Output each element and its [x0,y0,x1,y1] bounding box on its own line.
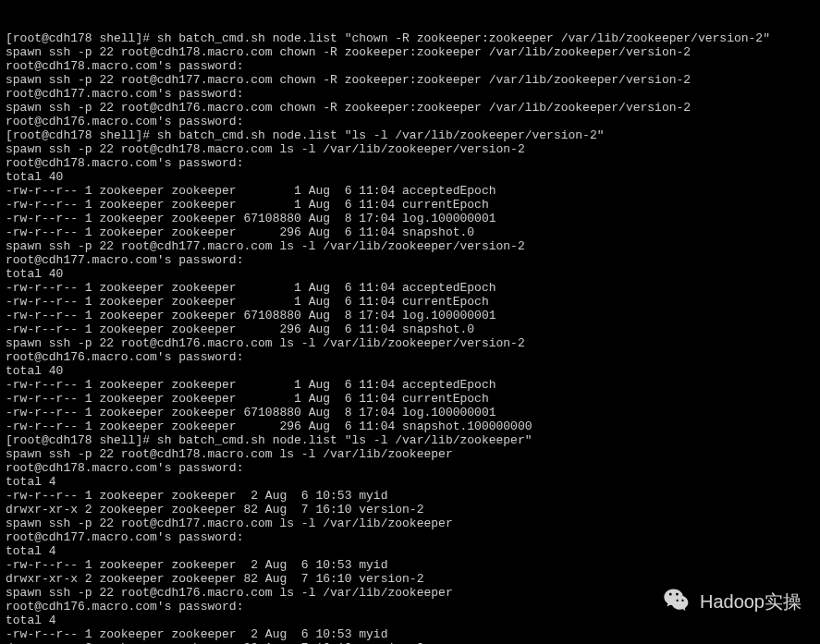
terminal-line: drwxr-xr-x 2 zookeeper zookeeper 82 Aug … [6,572,814,586]
terminal-line: spawn ssh -p 22 root@cdh178.macro.com ls… [6,142,814,156]
terminal-line: [root@cdh178 shell]# sh batch_cmd.sh nod… [6,433,814,447]
terminal-line: spawn ssh -p 22 root@cdh177.macro.com ls… [6,239,814,253]
terminal-line: total 4 [6,544,814,558]
terminal-line: root@cdh176.macro.com's password: [6,350,814,364]
terminal-line: spawn ssh -p 22 root@cdh177.macro.com ls… [6,516,814,530]
terminal-line: -rw-r--r-- 1 zookeeper zookeeper 1 Aug 6… [6,378,814,392]
terminal-line: root@cdh177.macro.com's password: [6,87,814,101]
terminal-line: -rw-r--r-- 1 zookeeper zookeeper 2 Aug 6… [6,627,814,641]
terminal-line: -rw-r--r-- 1 zookeeper zookeeper 6710888… [6,309,814,322]
terminal-line: total 40 [6,267,814,281]
terminal-line: -rw-r--r-- 1 zookeeper zookeeper 6710888… [6,406,814,419]
terminal-output[interactable]: [root@cdh178 shell]# sh batch_cmd.sh nod… [0,0,820,644]
terminal-line: total 40 [6,170,814,184]
terminal-line: -rw-r--r-- 1 zookeeper zookeeper 2 Aug 6… [6,489,814,503]
terminal-line: root@cdh176.macro.com's password: [6,115,814,128]
terminal-line: [root@cdh178 shell]# sh batch_cmd.sh nod… [6,31,814,45]
terminal-line: -rw-r--r-- 1 zookeeper zookeeper 2 Aug 6… [6,558,814,572]
terminal-line: [root@cdh178 shell]# sh batch_cmd.sh nod… [6,128,814,142]
terminal-line: root@cdh178.macro.com's password: [6,461,814,475]
terminal-line: spawn ssh -p 22 root@cdh178.macro.com ls… [6,447,814,461]
terminal-line: total 4 [6,475,814,489]
terminal-line: -rw-r--r-- 1 zookeeper zookeeper 296 Aug… [6,322,814,336]
terminal-line: -rw-r--r-- 1 zookeeper zookeeper 296 Aug… [6,419,814,433]
terminal-line: -rw-r--r-- 1 zookeeper zookeeper 1 Aug 6… [6,295,814,309]
terminal-line: spawn ssh -p 22 root@cdh176.macro.com ch… [6,101,814,115]
terminal-line: spawn ssh -p 22 root@cdh177.macro.com ch… [6,73,814,87]
terminal-line: root@cdh177.macro.com's password: [6,530,814,544]
watermark: Hadoop实操 [663,587,802,616]
terminal-line: root@cdh177.macro.com's password: [6,253,814,267]
terminal-line: root@cdh178.macro.com's password: [6,59,814,73]
terminal-line: spawn ssh -p 22 root@cdh176.macro.com ls… [6,336,814,350]
terminal-line: -rw-r--r-- 1 zookeeper zookeeper 1 Aug 6… [6,184,814,198]
terminal-line: -rw-r--r-- 1 zookeeper zookeeper 1 Aug 6… [6,198,814,212]
terminal-line: root@cdh178.macro.com's password: [6,156,814,170]
wechat-icon [663,587,692,616]
terminal-line: -rw-r--r-- 1 zookeeper zookeeper 296 Aug… [6,225,814,239]
terminal-line: -rw-r--r-- 1 zookeeper zookeeper 6710888… [6,212,814,225]
terminal-line: drwxr-xr-x 2 zookeeper zookeeper 82 Aug … [6,503,814,516]
terminal-line: spawn ssh -p 22 root@cdh178.macro.com ch… [6,45,814,59]
terminal-line: total 40 [6,364,814,378]
terminal-line: -rw-r--r-- 1 zookeeper zookeeper 1 Aug 6… [6,392,814,406]
watermark-text: Hadoop实操 [700,595,802,609]
terminal-line: -rw-r--r-- 1 zookeeper zookeeper 1 Aug 6… [6,281,814,295]
